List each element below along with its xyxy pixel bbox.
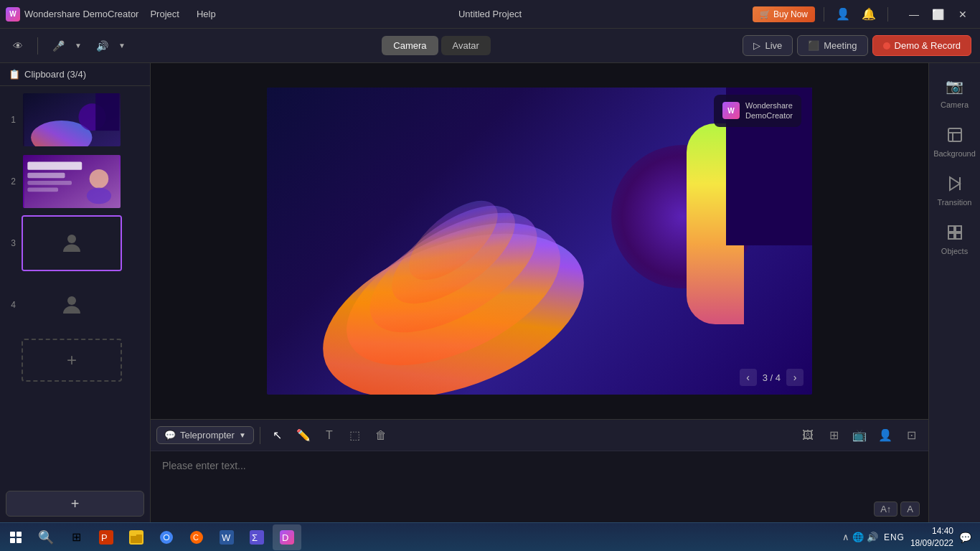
chevron-down-icon: ▼ (118, 42, 126, 50)
language-indicator[interactable]: ENG (884, 532, 905, 542)
buy-now-button[interactable]: 🛒 Buy Now (753, 6, 815, 22)
windows-icon (10, 532, 22, 543)
taskbar-app-word[interactable]: W (212, 524, 241, 550)
notification-icon[interactable]: 💬 (959, 532, 971, 543)
chevron-down-icon: ▼ (239, 431, 246, 439)
user-profile-button[interactable]: 👤 (833, 4, 853, 24)
mic-button[interactable]: 🎤 (48, 37, 69, 55)
objects-panel-button[interactable]: Objects (933, 215, 976, 261)
separator (260, 427, 260, 444)
meeting-button[interactable]: ⬛ Meeting (797, 35, 867, 56)
camera-panel-button[interactable]: 📷 Camera (933, 69, 976, 115)
grid-tool-button[interactable]: ⊞ (822, 424, 845, 447)
pen-tool-button[interactable]: ✏️ (292, 424, 315, 447)
image-tool-button[interactable]: 🖼 (796, 424, 819, 447)
svg-rect-8 (27, 188, 58, 192)
minimize-button[interactable]: — (903, 3, 925, 26)
virtual-bg-icon: 👁 (13, 40, 23, 52)
svg-text:W: W (222, 532, 231, 543)
delete-tool-button[interactable]: 🗑 (369, 424, 392, 447)
select-tool-button[interactable]: ↖ (266, 424, 289, 447)
avatar-tool-button[interactable]: 👤 (874, 424, 897, 447)
teleprompter-area: A↑ A (151, 451, 928, 522)
add-clip-button[interactable]: + (22, 339, 122, 382)
svg-point-11 (67, 235, 76, 243)
window-controls: — ⬜ ✕ (903, 3, 974, 26)
svg-rect-6 (27, 173, 65, 179)
taskbar-app-file-explorer[interactable] (122, 524, 151, 550)
page-indicator: ‹ 3 / 4 › (740, 369, 804, 386)
next-page-button[interactable]: › (786, 369, 804, 386)
text-tool-button[interactable]: T (318, 424, 341, 447)
teleprompter-button[interactable]: 💬 Teleprompter ▼ (156, 426, 254, 444)
separator (887, 7, 888, 22)
person-placeholder-icon (59, 292, 85, 318)
virtual-bg-button[interactable]: 👁 (9, 37, 27, 55)
clips-header: 📋 Clipboard (3/4) (0, 63, 150, 86)
svg-rect-29 (131, 533, 136, 536)
clipboard-icon: 📋 (9, 69, 20, 80)
notifications-button[interactable]: 🔔 (859, 4, 879, 24)
taskbar-app-orange[interactable]: C (182, 524, 211, 550)
svg-point-32 (164, 535, 169, 540)
live-button[interactable]: ▷ Live (743, 35, 793, 56)
screen-tool-button[interactable]: 📺 (848, 424, 871, 447)
clip1-preview (23, 93, 121, 146)
demo-record-button[interactable]: Demo & Record (872, 35, 971, 56)
svg-rect-7 (27, 181, 72, 185)
network-icon[interactable]: 🌐 (852, 532, 864, 542)
clips-list: 1 (0, 86, 150, 485)
background-panel-button[interactable]: Background (933, 118, 976, 164)
right-tool-group: 🖼 ⊞ 📺 👤 ⊡ (796, 424, 923, 447)
taskbar-clock[interactable]: 14:40 18/09/2022 (910, 525, 953, 550)
layout-tool-button[interactable]: ⊡ (900, 424, 923, 447)
volume-icon[interactable]: 🔊 (867, 532, 878, 542)
chevron-up-icon[interactable]: ∧ (842, 532, 849, 542)
task-view-button[interactable]: ⊞ (62, 524, 90, 550)
clip-item[interactable]: 4 (6, 277, 144, 333)
teleprompter-text-input[interactable] (162, 460, 917, 483)
close-button[interactable]: ✕ (951, 3, 974, 26)
camera-mode-button[interactable]: Camera (382, 36, 438, 55)
clip-item[interactable]: 3 (6, 215, 144, 271)
speaker-settings-button[interactable]: ▼ (114, 39, 130, 52)
mic-group: 🎤 ▼ (48, 37, 86, 55)
taskbar-app-powerpointlike[interactable]: P (92, 524, 121, 550)
increase-text-size-button[interactable]: A↑ (874, 501, 897, 517)
prev-page-button[interactable]: ‹ (740, 369, 757, 386)
speaker-button[interactable]: 🔊 (92, 37, 113, 55)
taskbar-app-democreator[interactable]: D (273, 524, 301, 550)
virtual-bg-group: 👁 (9, 37, 27, 55)
clip-item[interactable]: 2 (6, 154, 144, 209)
svg-rect-22 (956, 226, 961, 232)
svg-text:P: P (101, 532, 108, 543)
cart-icon: 🛒 (760, 9, 771, 19)
taskbar-app-sigma[interactable]: Σ (242, 524, 271, 550)
clip-item[interactable]: 1 (6, 92, 144, 148)
svg-point-10 (87, 188, 111, 204)
menu-project[interactable]: Project (147, 9, 182, 19)
menu-bar: Project Help (147, 9, 218, 19)
maximize-button[interactable]: ⬜ (927, 3, 950, 26)
chevron-down-icon: ▼ (75, 42, 82, 50)
bottom-toolbar: 💬 Teleprompter ▼ ↖ ✏️ T ⬚ 🗑 🖼 ⊞ 📺 👤 ⊡ (151, 419, 928, 451)
person-placeholder-icon (59, 230, 85, 256)
taskbar-app-chrome[interactable] (152, 524, 181, 550)
search-taskbar-button[interactable]: 🔍 (32, 524, 60, 550)
canvas-area: W Wondershare DemoCreator ‹ 3 / 4 › 💬 Te (151, 63, 928, 522)
objects-icon (943, 221, 966, 244)
camera-icon: 📷 (943, 75, 966, 98)
shape-tool-button[interactable]: ⬚ (344, 424, 367, 447)
decrease-text-size-button[interactable]: A (900, 501, 920, 517)
svg-text:D: D (282, 532, 288, 543)
speaker-group: 🔊 ▼ (92, 37, 130, 55)
titlebar-actions: 🛒 Buy Now 👤 🔔 — ⬜ ✕ (753, 3, 974, 26)
add-slide-button[interactable]: + (6, 491, 144, 517)
meeting-icon: ⬛ (808, 40, 819, 51)
avatar-mode-button[interactable]: Avatar (441, 36, 491, 55)
mic-settings-button[interactable]: ▼ (70, 39, 86, 52)
menu-help[interactable]: Help (194, 9, 219, 19)
transition-panel-button[interactable]: Transition (933, 166, 976, 212)
taskbar: 🔍 ⊞ P C W Σ D ∧ (0, 522, 980, 551)
start-button[interactable] (3, 524, 29, 550)
